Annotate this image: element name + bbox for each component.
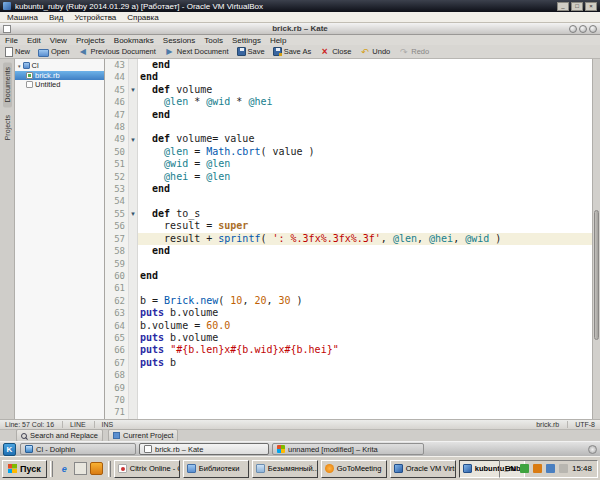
fold-column xyxy=(129,357,138,369)
minimize-icon[interactable] xyxy=(557,2,569,11)
maximize-icon[interactable] xyxy=(579,25,587,33)
fold-marker-icon[interactable]: ▼ xyxy=(129,133,138,145)
code-line[interactable]: 51 @wid = @len xyxy=(105,158,592,170)
kde-launcher-icon[interactable] xyxy=(3,443,16,456)
kde-task-1[interactable]: Cl - Dolphin xyxy=(20,443,136,455)
code-token xyxy=(140,84,152,95)
code-line[interactable]: 44end xyxy=(105,71,592,83)
undo-icon xyxy=(359,46,370,57)
show-desktop-icon[interactable] xyxy=(74,462,87,475)
taskbar-task-2[interactable]: Библиотеки xyxy=(183,460,249,478)
vbox-titlebar[interactable]: kubuntu_ruby (Ruby 2014.01.29 a) [Работа… xyxy=(0,0,600,12)
kate-menu-item[interactable]: Settings xyxy=(232,36,261,45)
code-line[interactable]: 65puts b.volume xyxy=(105,332,592,344)
toolbar-undo-button[interactable]: Undo xyxy=(359,46,390,57)
quick-launch xyxy=(56,462,105,475)
code-line[interactable]: 48 xyxy=(105,121,592,133)
toolbar-arrow-right-button[interactable]: Next Document xyxy=(164,46,229,57)
media-player-icon[interactable] xyxy=(90,462,103,475)
code-line[interactable]: 43 end xyxy=(105,59,592,71)
kate-menu-item[interactable]: Bookmarks xyxy=(114,36,154,45)
code-line[interactable]: 47 end xyxy=(105,109,592,121)
kate-menu-item[interactable]: View xyxy=(50,36,67,45)
kate-menu-item[interactable]: File xyxy=(5,36,18,45)
code-line[interactable]: 70 xyxy=(105,394,592,406)
doc-tree-item[interactable]: brick.rb xyxy=(15,71,104,81)
code-token: b xyxy=(164,357,176,368)
code-line[interactable]: 71 xyxy=(105,406,592,418)
vbox-menu-item[interactable]: Справка xyxy=(127,13,158,22)
internet-explorer-icon[interactable] xyxy=(58,462,71,475)
language-indicator[interactable]: EN xyxy=(505,464,516,473)
code-line[interactable]: 53 end xyxy=(105,183,592,195)
sidebar-tab-documents[interactable]: Documents xyxy=(3,62,12,107)
code-line[interactable]: 59 xyxy=(105,258,592,270)
toolbar-open-folder-button[interactable]: Open xyxy=(38,47,69,57)
code-text: puts "#{b.len}x#{b.wid}x#{b.hei}" xyxy=(138,344,592,356)
toolbar-close-button[interactable]: Close xyxy=(319,46,351,57)
code-line[interactable]: 45▼ def volume xyxy=(105,84,592,96)
code-line[interactable]: 67puts b xyxy=(105,357,592,369)
volume-icon[interactable] xyxy=(559,464,568,473)
kde-task-3[interactable]: unnamed [modified] – Krita xyxy=(272,443,424,455)
code-line[interactable]: 69 xyxy=(105,382,592,394)
network-icon[interactable] xyxy=(546,464,555,473)
taskbar-task-5[interactable]: Oracle VM Virtu... xyxy=(390,460,456,478)
kate-menu-item[interactable]: Tools xyxy=(204,36,223,45)
taskbar-clock[interactable]: 15:48 xyxy=(572,464,592,473)
kate-menu-item[interactable]: Projects xyxy=(76,36,105,45)
code-line[interactable]: 58 end xyxy=(105,245,592,257)
kate-menu-item[interactable]: Sessions xyxy=(163,36,195,45)
vbox-menu-item[interactable]: Вид xyxy=(49,13,63,22)
expander-icon[interactable]: ▾ xyxy=(18,63,21,69)
toolbar-save-as-button[interactable]: Save As xyxy=(273,47,312,56)
toolbar-redo-button[interactable]: Redo xyxy=(398,46,429,57)
code-line[interactable]: 64b.volume = 60.0 xyxy=(105,320,592,332)
save-icon xyxy=(237,47,246,56)
code-line[interactable]: 56 result = super xyxy=(105,220,592,232)
code-line[interactable]: 57 result + sprintf( ': %.3fx%.3fx%.3f',… xyxy=(105,233,592,245)
kde-task-2[interactable]: brick.rb – Kate xyxy=(139,443,269,455)
code-line[interactable]: 52 @hei = @len xyxy=(105,171,592,183)
start-button[interactable]: Пуск xyxy=(2,460,47,478)
code-line[interactable]: 61 xyxy=(105,282,592,294)
scrollbar-thumb[interactable] xyxy=(594,210,599,340)
toolbar-new-document-button[interactable]: New xyxy=(5,47,30,57)
update-icon[interactable] xyxy=(533,464,542,473)
sidebar-tab-projects[interactable]: Projects xyxy=(3,110,12,145)
code-line[interactable]: 55▼ def to_s xyxy=(105,208,592,220)
code-line[interactable]: 63puts b.volume xyxy=(105,307,592,319)
fold-marker-icon[interactable]: ▼ xyxy=(129,84,138,96)
toolbar-label: Close xyxy=(332,47,351,56)
panel-cashew-icon[interactable] xyxy=(588,445,597,454)
code-line[interactable]: 50 @len = Math.cbrt( value ) xyxy=(105,146,592,158)
code-line[interactable]: 60end xyxy=(105,270,592,282)
kate-menu-item[interactable]: Edit xyxy=(27,36,41,45)
kate-titlebar[interactable]: brick.rb – Kate xyxy=(0,23,600,35)
security-shield-icon[interactable] xyxy=(520,464,529,473)
kate-menu-item[interactable]: Help xyxy=(270,36,286,45)
editor-area[interactable]: 43 end44end45▼ def volume46 @len * @wid … xyxy=(105,59,592,419)
code-line[interactable]: 49▼ def volume= value xyxy=(105,133,592,145)
code-line[interactable]: 46 @len * @wid * @hei xyxy=(105,96,592,108)
fold-marker-icon[interactable]: ▼ xyxy=(129,208,138,220)
maximize-icon[interactable] xyxy=(571,2,583,11)
close-icon[interactable] xyxy=(585,2,597,11)
toolbar-arrow-left-button[interactable]: Previous Document xyxy=(77,46,155,57)
taskbar-task-4[interactable]: GoToMeeting xyxy=(321,460,387,478)
code-line[interactable]: 66puts "#{b.len}x#{b.wid}x#{b.hei}" xyxy=(105,344,592,356)
code-line[interactable]: 68 xyxy=(105,369,592,381)
doc-tree-item[interactable]: ▾Cl xyxy=(15,61,104,71)
toolbar-save-button[interactable]: Save xyxy=(237,47,265,56)
vbox-menu-item[interactable]: Устройства xyxy=(74,13,116,22)
vbox-menu-item[interactable]: Машина xyxy=(7,13,38,22)
editor-scrollbar[interactable] xyxy=(592,59,600,419)
close-icon[interactable] xyxy=(589,25,597,33)
doc-tree-item[interactable]: Untitled xyxy=(15,80,104,90)
taskbar-task-1[interactable]: Citrix Online - O... xyxy=(114,460,180,478)
fold-column xyxy=(129,344,138,356)
taskbar-task-3[interactable]: Безымянный... xyxy=(252,460,318,478)
minimize-icon[interactable] xyxy=(569,25,577,33)
code-line[interactable]: 62b = Brick.new( 10, 20, 30 ) xyxy=(105,295,592,307)
code-line[interactable]: 54 xyxy=(105,195,592,207)
